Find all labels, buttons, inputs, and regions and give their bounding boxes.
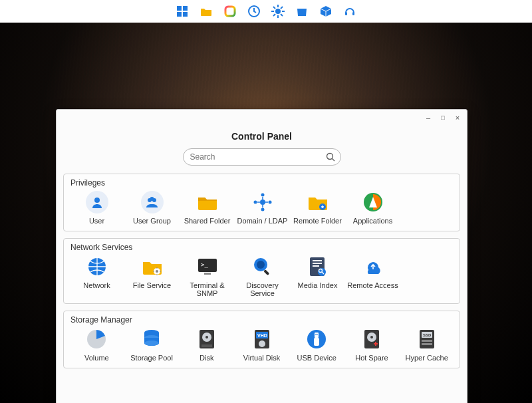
item-label: Remote Folder [293,217,342,225]
item-virtual-disk[interactable]: VHD Virtual Disk [234,326,289,365]
section-title: Storage Manager [70,315,454,325]
item-label: Shared Folder [184,217,231,225]
svg-point-25 [260,200,265,205]
svg-rect-64 [201,344,212,347]
svg-rect-71 [314,338,319,346]
remote-access-icon [361,255,385,279]
shared-folder-icon [196,190,219,214]
svg-point-76 [370,336,373,338]
svg-point-63 [205,336,208,338]
folder-icon[interactable] [199,4,213,19]
clock-icon[interactable] [247,4,261,19]
svg-rect-1 [183,6,188,11]
headset-icon[interactable] [342,4,357,19]
svg-point-48 [257,261,265,269]
item-label: Disk [200,354,213,362]
item-label: Remote Access [347,281,398,290]
network-icon [85,255,109,279]
hyper-cache-icon: SSD [415,327,439,351]
svg-rect-52 [313,263,322,264]
svg-rect-0 [177,6,182,11]
item-label: USB Device [297,354,336,362]
section-title: Privileges [70,178,454,188]
control-panel-content: Privileges User User Group Shared Folder [57,174,467,403]
dock-menubar [0,0,532,23]
svg-rect-83 [422,343,432,345]
item-label: Media Index [298,281,338,290]
desktop-wallpaper: – □ × Control Panel Privileges User [0,23,532,403]
item-label: File Service [133,281,171,290]
user-icon [86,191,108,213]
photos-icon[interactable] [223,4,237,19]
maximize-button[interactable]: □ [439,114,447,122]
minimize-button[interactable]: – [424,114,432,122]
item-storage-pool[interactable]: Storage Pool [124,326,180,365]
item-label: Applications [353,217,392,225]
search-field[interactable] [183,148,341,166]
svg-line-11 [273,7,275,9]
item-label: Discovery Service [237,281,289,298]
item-label: Hot Spare [355,354,388,362]
hot-spare-icon [360,327,384,351]
remote-folder-icon [306,190,330,214]
close-button[interactable]: × [454,114,462,122]
svg-rect-2 [177,12,182,17]
svg-rect-72 [316,334,317,335]
item-shared-folder[interactable]: Shared Folder [180,189,235,228]
usb-device-icon [305,327,329,351]
item-file-service[interactable]: File Service [124,253,180,301]
svg-rect-3 [183,12,188,17]
svg-point-19 [327,154,332,160]
item-user[interactable]: User [69,189,124,228]
section-privileges: Privileges User User Group Shared Folder [63,174,460,231]
package-icon[interactable] [319,4,333,19]
settings-icon[interactable] [271,4,285,19]
svg-rect-49 [263,269,269,275]
svg-point-24 [150,197,154,201]
item-hyper-cache[interactable]: SSD Hyper Cache [399,326,454,365]
item-volume[interactable]: Volume [69,326,124,365]
svg-rect-4 [225,7,235,16]
svg-point-60 [144,340,159,346]
store-icon[interactable] [295,4,309,19]
item-label: Virtual Disk [243,354,280,362]
svg-point-39 [156,270,158,273]
item-media-index[interactable]: Media Index [290,253,345,301]
user-group-icon [141,191,164,213]
svg-point-26 [261,194,264,197]
item-label: Terminal & SNMP [182,281,233,298]
section-storage-manager: Storage Manager Volume Storage Pool Disk [63,311,460,368]
item-label: Network [83,281,110,290]
section-network-services: Network Services Network File Service >_… [63,238,460,304]
control-panel-window: – □ × Control Panel Privileges User [56,109,467,403]
item-network[interactable]: Network [69,253,124,301]
disk-icon [195,327,219,351]
svg-rect-51 [313,260,322,261]
search-icon [326,152,335,162]
item-user-group[interactable]: User Group [124,189,180,228]
item-domain-ldap[interactable]: Domain / LDAP [235,189,290,228]
item-label: Storage Pool [130,354,173,362]
svg-rect-73 [317,334,318,335]
svg-line-14 [281,7,283,9]
svg-rect-82 [422,340,432,342]
item-remote-access[interactable]: Remote Access [345,253,400,301]
item-hot-spare[interactable]: Hot Spare [344,326,400,365]
svg-rect-46 [204,273,211,275]
window-title: Control Panel [57,110,467,148]
item-label: User [89,217,104,225]
item-label: Domain / LDAP [237,217,288,225]
item-usb-device[interactable]: USB Device [289,326,344,365]
search-input[interactable] [189,152,326,162]
item-disk[interactable]: Disk [179,326,234,365]
item-terminal-snmp[interactable]: >_ Terminal & SNMP [180,253,235,301]
volume-icon [84,327,108,351]
applications-icon [361,190,385,214]
item-label: User Group [133,217,171,225]
tiles-icon[interactable] [175,4,190,19]
svg-line-12 [281,14,283,16]
svg-text:>_: >_ [201,261,208,268]
item-applications[interactable]: Applications [345,189,400,228]
item-discovery-service[interactable]: Discovery Service [235,253,290,301]
item-remote-folder[interactable]: Remote Folder [290,189,345,228]
